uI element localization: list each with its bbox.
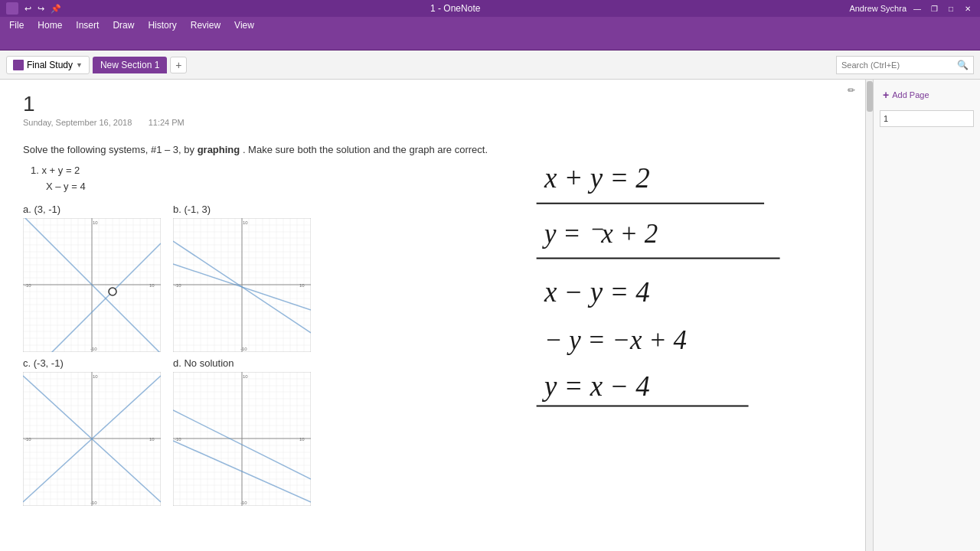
- problem-intro: Solve the following systems, #1 – 3, by: [23, 144, 194, 155]
- page-toolbar: ✏: [844, 83, 859, 98]
- graph-c-canvas: -10 10 10 -10: [23, 372, 161, 506]
- svg-text:-10: -10: [240, 347, 247, 351]
- redo-btn[interactable]: ↪: [38, 4, 44, 14]
- notebook-label: Final Study: [27, 60, 73, 70]
- menu-review[interactable]: Review: [185, 18, 227, 32]
- onenote-icon: [6, 2, 18, 15]
- right-panel: + Add Page 1: [873, 80, 980, 551]
- page-content: ✏ 1 Sunday, September 16, 2018 11:24 PM …: [0, 80, 865, 551]
- svg-text:− y = −x + 4: − y = −x + 4: [544, 325, 687, 355]
- math-area: x + y = 2 y = ⁻x + 2 x − y = 4 − y = −x …: [536, 148, 804, 458]
- main-area: ✏ 1 Sunday, September 16, 2018 11:24 PM …: [0, 80, 980, 551]
- graph-b-label: b. (-1, 3): [173, 204, 311, 215]
- svg-text:10: 10: [243, 220, 248, 225]
- menu-file[interactable]: File: [3, 18, 30, 32]
- svg-text:10: 10: [149, 283, 155, 288]
- math-svg: x + y = 2 y = ⁻x + 2 x − y = 4 − y = −x …: [536, 148, 804, 455]
- edit-icon[interactable]: ✏: [844, 83, 859, 98]
- graph-c-block: c. (-3, -1): [23, 357, 161, 508]
- page-number: 1: [23, 92, 842, 116]
- undo-btn[interactable]: ↩: [24, 4, 31, 14]
- time-text: 11:24 PM: [149, 118, 185, 127]
- minimize-btn[interactable]: —: [911, 2, 923, 15]
- user-name: Andrew Sychra: [849, 4, 906, 13]
- svg-text:x − y = 4: x − y = 4: [544, 276, 650, 308]
- graph-d-canvas: -10 10 10 -10: [173, 372, 311, 506]
- title-bar-left: ↩ ↪ 📌: [6, 2, 61, 15]
- menu-bar: File Home Insert Draw History Review Vie…: [0, 17, 980, 34]
- title-bar: ↩ ↪ 📌 1 - OneNote Andrew Sychra — ❐ □ ✕: [0, 0, 980, 17]
- svg-text:-10: -10: [90, 500, 97, 505]
- svg-text:10: 10: [243, 374, 248, 379]
- svg-text:-10: -10: [24, 437, 31, 442]
- svg-text:-10: -10: [175, 283, 181, 288]
- graph-c-label: c. (-3, -1): [23, 357, 161, 369]
- maximize-btn[interactable]: □: [945, 2, 957, 15]
- restore-btn[interactable]: ❐: [928, 2, 940, 15]
- section-tab[interactable]: New Section 1: [93, 57, 167, 73]
- graph-a-block: a. (3, -1): [23, 204, 161, 354]
- svg-text:10: 10: [299, 437, 305, 442]
- section-label: New Section 1: [100, 60, 159, 70]
- graph-d-label: d. No solution: [173, 357, 311, 369]
- tab-bar: Final Study ▼ New Section 1 + 🔍: [0, 51, 980, 80]
- svg-text:-10: -10: [240, 500, 247, 505]
- search-box: 🔍: [836, 56, 974, 74]
- menu-history[interactable]: History: [142, 18, 182, 32]
- add-page-label: Add Page: [892, 90, 929, 99]
- add-page-button[interactable]: + Add Page: [880, 86, 974, 104]
- menu-draw[interactable]: Draw: [106, 18, 140, 32]
- problem-rest: . Make sure both the solution and the gr…: [243, 144, 488, 155]
- svg-point-45: [109, 288, 116, 295]
- pin-btn[interactable]: 📌: [51, 4, 61, 14]
- svg-text:y = ⁻x + 2: y = ⁻x + 2: [542, 219, 658, 249]
- scrollbar[interactable]: [865, 80, 873, 551]
- graph-b-canvas: -10 10 10 -10: [173, 218, 311, 352]
- ribbon: [0, 34, 980, 51]
- title-bar-right: Andrew Sychra — ❐ □ ✕: [849, 2, 974, 15]
- svg-text:10: 10: [93, 374, 98, 379]
- graph-a-label: a. (3, -1): [23, 204, 161, 215]
- graph-a-canvas: -10 10 10 -10: [23, 218, 161, 352]
- scrollbar-thumb[interactable]: [867, 81, 873, 112]
- add-section-button[interactable]: +: [170, 57, 187, 73]
- close-btn[interactable]: ✕: [962, 2, 974, 15]
- page-date: Sunday, September 16, 2018 11:24 PM: [23, 118, 842, 127]
- svg-text:-10: -10: [24, 283, 31, 288]
- svg-text:x + y = 2: x + y = 2: [544, 162, 650, 194]
- svg-text:-10: -10: [175, 437, 181, 442]
- date-text: Sunday, September 16, 2018: [23, 118, 132, 127]
- graph-b-block: b. (-1, 3): [173, 204, 311, 354]
- menu-insert[interactable]: Insert: [70, 18, 105, 32]
- svg-text:y = x − 4: y = x − 4: [541, 370, 650, 402]
- page-thumb-number: 1: [884, 114, 888, 123]
- svg-text:10: 10: [149, 437, 155, 442]
- notebook-tab[interactable]: Final Study ▼: [6, 56, 90, 74]
- window-title: 1 - OneNote: [61, 3, 849, 14]
- svg-text:10: 10: [93, 220, 98, 225]
- svg-text:10: 10: [299, 283, 305, 288]
- search-input[interactable]: [841, 60, 954, 70]
- add-page-icon: +: [883, 89, 889, 101]
- notebook-dropdown-icon[interactable]: ▼: [76, 61, 83, 69]
- search-icon[interactable]: 🔍: [957, 60, 969, 70]
- svg-text:-10: -10: [90, 347, 97, 351]
- notebook-icon: [13, 60, 24, 70]
- menu-view[interactable]: View: [228, 18, 260, 32]
- problem-bold: graphing: [198, 144, 240, 155]
- menu-home[interactable]: Home: [31, 18, 68, 32]
- graph-d-block: d. No solution: [173, 357, 311, 508]
- page-thumbnail[interactable]: 1: [880, 110, 974, 127]
